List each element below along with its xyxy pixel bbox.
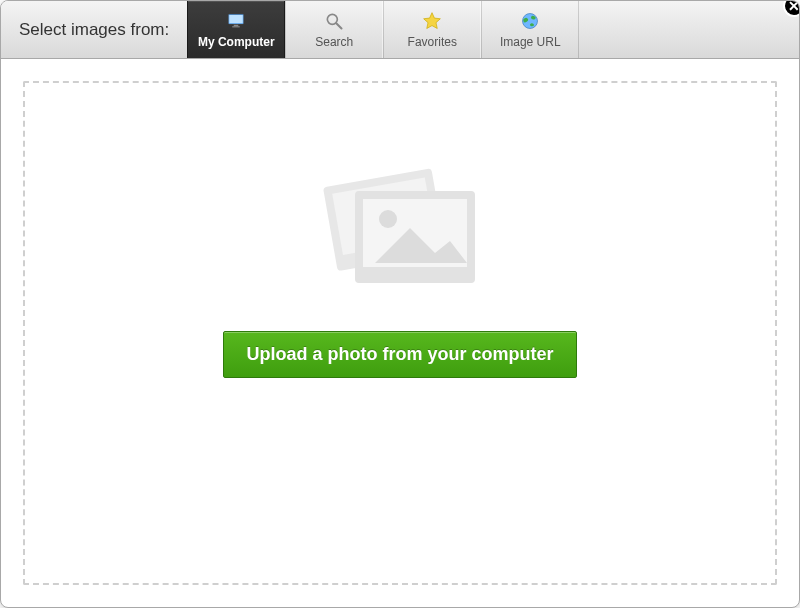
toolbar-prompt: Select images from: bbox=[1, 1, 187, 58]
monitor-icon bbox=[226, 11, 246, 31]
tab-label: Image URL bbox=[500, 35, 561, 49]
svg-marker-6 bbox=[424, 12, 441, 28]
upload-button[interactable]: Upload a photo from your computer bbox=[223, 331, 576, 378]
tab-search[interactable]: Search bbox=[285, 1, 383, 58]
tab-strip: My Computer Search Favorites Image URL bbox=[187, 1, 579, 58]
content-area: Upload a photo from your computer bbox=[1, 59, 799, 607]
close-icon: ✕ bbox=[788, 0, 800, 14]
tab-image-url[interactable]: Image URL bbox=[481, 1, 579, 58]
star-icon bbox=[422, 11, 442, 31]
svg-rect-2 bbox=[234, 24, 239, 26]
tab-label: Search bbox=[315, 35, 353, 49]
tab-favorites[interactable]: Favorites bbox=[383, 1, 481, 58]
svg-line-5 bbox=[337, 23, 342, 28]
svg-rect-1 bbox=[229, 15, 243, 23]
image-picker-dialog: ✕ Select images from: My Computer Search bbox=[0, 0, 800, 608]
magnifier-icon bbox=[324, 11, 344, 31]
svg-point-12 bbox=[379, 210, 397, 228]
tab-label: My Computer bbox=[198, 35, 275, 49]
globe-icon bbox=[520, 11, 540, 31]
svg-rect-3 bbox=[232, 26, 240, 27]
photos-placeholder-icon bbox=[300, 153, 500, 303]
tab-my-computer[interactable]: My Computer bbox=[187, 1, 285, 58]
upload-dropzone[interactable]: Upload a photo from your computer bbox=[23, 81, 777, 585]
tab-label: Favorites bbox=[408, 35, 457, 49]
source-toolbar: Select images from: My Computer Search F… bbox=[1, 1, 799, 59]
